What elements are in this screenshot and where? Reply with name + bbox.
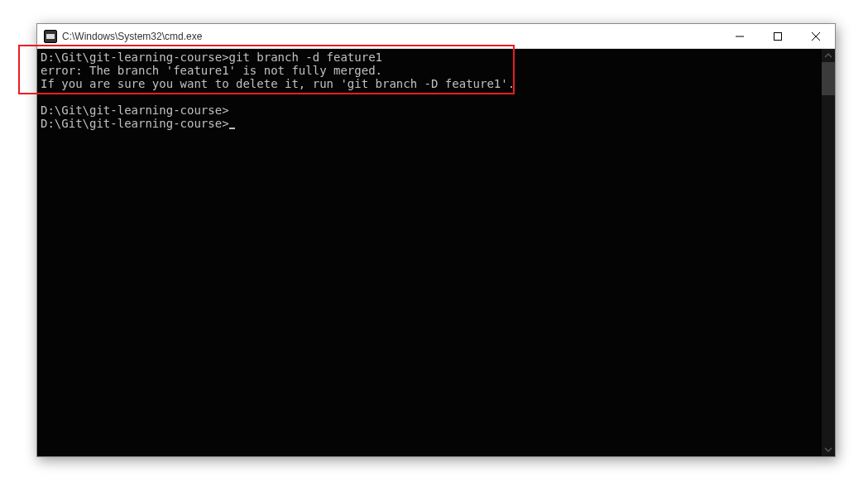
cmd-icon: [44, 30, 57, 43]
svg-rect-1: [774, 32, 782, 40]
vertical-scrollbar[interactable]: [822, 49, 835, 456]
scroll-up-button[interactable]: [822, 49, 835, 62]
scroll-track[interactable]: [822, 62, 835, 443]
chevron-up-icon: [825, 52, 832, 59]
cursor: [229, 128, 235, 129]
chevron-down-icon: [825, 446, 832, 453]
close-icon: [812, 32, 820, 41]
scroll-down-button[interactable]: [822, 443, 835, 456]
minimize-button[interactable]: [721, 24, 759, 48]
window-title: C:\Windows\System32\cmd.exe: [62, 31, 202, 42]
terminal-line: D:\Git\git-learning-course>: [41, 117, 229, 130]
window-controls: [721, 24, 835, 48]
terminal[interactable]: D:\Git\git-learning-course>git branch -d…: [37, 49, 835, 456]
window-shadow: C:\Windows\System32\cmd.exe: [36, 23, 836, 457]
terminal-line: error: The branch 'feature1' is not full…: [41, 64, 382, 77]
terminal-content: D:\Git\git-learning-course>git branch -d…: [41, 51, 832, 130]
terminal-line: D:\Git\git-learning-course>: [41, 104, 229, 117]
terminal-line: D:\Git\git-learning-course>git branch -d…: [41, 51, 382, 64]
minimize-icon: [736, 32, 744, 41]
close-button[interactable]: [797, 24, 835, 48]
cmd-window: C:\Windows\System32\cmd.exe: [36, 23, 836, 457]
maximize-button[interactable]: [759, 24, 797, 48]
scroll-thumb[interactable]: [822, 62, 835, 95]
terminal-line: If you are sure you want to delete it, r…: [41, 77, 515, 90]
titlebar[interactable]: C:\Windows\System32\cmd.exe: [37, 24, 835, 49]
maximize-icon: [774, 32, 782, 41]
